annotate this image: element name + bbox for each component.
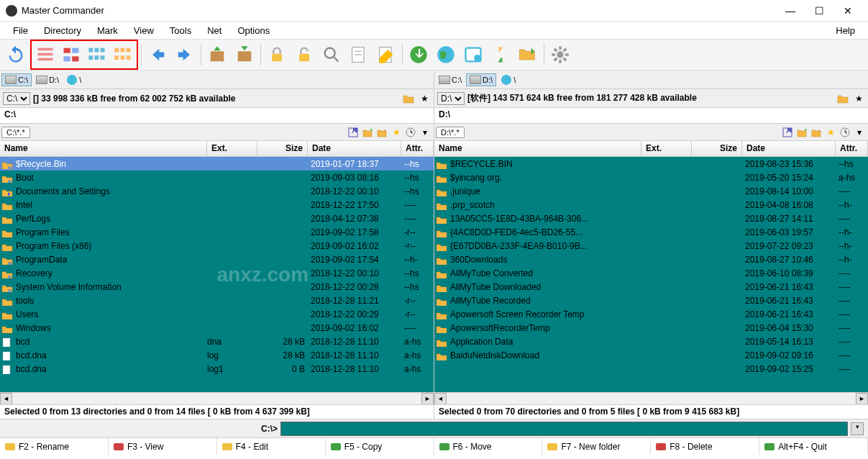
drive-select[interactable]: C:\ xyxy=(3,92,30,105)
tab-history-icon[interactable] xyxy=(839,126,851,139)
file-row[interactable]: .prp_scotch2019-04-08 16:08--h- xyxy=(434,198,868,212)
fkey-f8[interactable]: F8 - Delete xyxy=(651,438,759,455)
file-row[interactable]: ProgramData2019-09-02 17:54--h- xyxy=(0,253,434,266)
unpack-button[interactable] xyxy=(232,42,257,68)
view-details-button[interactable] xyxy=(58,42,84,68)
fkey-f2[interactable]: F2 - Rename xyxy=(0,438,109,455)
col-size[interactable]: Size xyxy=(257,141,308,156)
left-file-list[interactable]: $Recycle.Bin2019-01-07 18:37--hsBoot2019… xyxy=(0,157,434,392)
view-list-button[interactable] xyxy=(32,42,58,68)
file-row[interactable]: System Volume Information2018-12-22 00:2… xyxy=(0,280,434,294)
browser-button[interactable] xyxy=(460,42,486,68)
file-row[interactable]: Boot2019-09-03 08:16--hs xyxy=(0,171,434,184)
right-file-list[interactable]: $RECYCLE.BIN2019-08-23 15:36--hs$yincang… xyxy=(434,157,868,392)
cmd-input[interactable] xyxy=(280,422,848,436)
col-ext[interactable]: Ext. xyxy=(641,141,692,156)
fkey-f7[interactable]: F7 - New folder xyxy=(542,438,651,455)
file-row[interactable]: $yincang org.2019-05-20 15:24a-hs xyxy=(434,171,868,184)
forward-button[interactable] xyxy=(172,42,198,68)
unlock-button[interactable] xyxy=(291,42,317,68)
file-row[interactable]: .junique2019-08-14 10:00---- xyxy=(434,184,868,198)
tab-external-icon[interactable] xyxy=(347,126,360,139)
back-button[interactable] xyxy=(145,42,170,68)
file-row[interactable]: Apowersoft Screen Recorder Temp2019-06-2… xyxy=(434,307,868,321)
file-row[interactable]: Windows2019-09-02 16:02---- xyxy=(0,321,434,335)
menu-directory[interactable]: Directory xyxy=(37,23,88,38)
fkey-f5[interactable]: F5 - Copy xyxy=(326,438,434,455)
col-name[interactable]: Name xyxy=(0,141,207,156)
menu-tools[interactable]: Tools xyxy=(163,23,198,38)
file-row[interactable]: AllMyTube Recorded2019-06-21 16:43---- xyxy=(434,294,868,307)
cmd-history-button[interactable]: ▾ xyxy=(851,422,864,435)
tab-remove-icon[interactable]: - xyxy=(810,126,823,139)
file-row[interactable]: $Recycle.Bin2019-01-07 18:37--hs xyxy=(0,157,434,171)
file-row[interactable]: PerfLogs2018-04-12 07:38---- xyxy=(0,212,434,225)
file-row[interactable]: AllMyTube Converted2019-06-10 08:39---- xyxy=(434,266,868,280)
file-row[interactable]: Users2018-12-22 00:29-r-- xyxy=(0,307,434,321)
file-row[interactable]: Program Files (x86)2019-09-02 16:02-r-- xyxy=(0,239,434,253)
file-row[interactable]: AllMyTube Downloaded2019-06-21 16:43---- xyxy=(434,280,868,294)
file-row[interactable]: Application Data2019-05-14 16:13---- xyxy=(434,335,868,348)
tab-history-icon[interactable] xyxy=(404,126,417,139)
edit-button[interactable] xyxy=(373,42,399,68)
file-row[interactable]: bcd.dnalog10 B2018-12-28 11:10a-hs xyxy=(0,362,434,376)
col-date[interactable]: Date xyxy=(742,141,836,156)
view-thumbs-button[interactable] xyxy=(84,42,110,68)
menu-options[interactable]: Options xyxy=(230,23,277,38)
fkey-f6[interactable]: F6 - Move xyxy=(434,438,543,455)
col-attr[interactable]: Attr. xyxy=(836,141,868,156)
col-ext[interactable]: Ext. xyxy=(207,141,257,156)
file-row[interactable]: ApowersoftRecorderTemp2019-06-04 15:30--… xyxy=(434,321,868,335)
pack-button[interactable] xyxy=(204,42,230,68)
file-row[interactable]: bcddna28 kB2018-12-28 11:10a-hs xyxy=(0,335,434,348)
maximize-button[interactable]: ☐ xyxy=(805,5,833,17)
right-hscroll[interactable]: ◄► xyxy=(434,392,868,404)
drive-C[interactable]: C:\ xyxy=(436,74,465,86)
tab-external-icon[interactable] xyxy=(781,126,794,139)
fkey-f4[interactable]: F4 - Edit xyxy=(217,438,326,455)
menu-mark[interactable]: Mark xyxy=(90,23,125,38)
drive-[interactable]: \ xyxy=(63,73,84,87)
file-row[interactable]: Intel2018-12-22 17:50---- xyxy=(0,198,434,212)
file-row[interactable]: tools2018-12-28 11:21-r-- xyxy=(0,294,434,307)
file-row[interactable]: $RECYCLE.BIN2019-08-23 15:36--hs xyxy=(434,157,868,171)
col-date[interactable]: Date xyxy=(308,141,401,156)
col-name[interactable]: Name xyxy=(434,141,641,156)
folders-button[interactable] xyxy=(515,42,541,68)
minimize-button[interactable]: — xyxy=(776,5,805,17)
file-row[interactable]: BaiduNetdiskDownload2019-09-02 09:16---- xyxy=(434,348,868,362)
file-row[interactable]: {E67DD0BA-233F-4EA9-B010-9B...2019-07-22… xyxy=(434,239,868,253)
col-attr[interactable]: Attr. xyxy=(401,141,434,156)
folder-button[interactable] xyxy=(836,92,849,105)
left-hscroll[interactable]: ◄► xyxy=(0,392,434,404)
menu-net[interactable]: Net xyxy=(200,23,229,38)
path-tab[interactable]: D:\*.* xyxy=(436,127,465,138)
tab-add-icon[interactable]: + xyxy=(795,126,808,139)
drive-D[interactable]: D:\ xyxy=(466,73,496,86)
drive-select[interactable]: D:\ xyxy=(437,92,465,105)
menu-view[interactable]: View xyxy=(127,23,161,38)
file-row[interactable]: Recovery2018-12-22 00:10--hs xyxy=(0,266,434,280)
tab-star-icon[interactable]: ★ xyxy=(390,126,403,139)
path-tab[interactable]: C:\*.* xyxy=(1,127,30,138)
col-size[interactable]: Size xyxy=(692,141,742,156)
file-row[interactable]: 360Downloads2019-08-27 10:46--h- xyxy=(434,253,868,266)
close-button[interactable]: ✕ xyxy=(833,5,862,17)
folder-button[interactable] xyxy=(402,92,415,105)
download-button[interactable] xyxy=(406,42,431,68)
drive-D[interactable]: D:\ xyxy=(33,74,62,86)
star-button[interactable]: ★ xyxy=(418,92,431,105)
file-row[interactable]: {4AC8D0D-FED6-4ec5-BD26-55...2019-06-03 … xyxy=(434,225,868,239)
fkey-f3[interactable]: F3 - View xyxy=(109,438,217,455)
tab-remove-icon[interactable]: - xyxy=(375,126,388,139)
file-row[interactable]: 13A05CC5-1E8D-43BA-964B-306...2019-08-27… xyxy=(434,212,868,225)
refresh-button[interactable] xyxy=(3,42,29,68)
file-row[interactable]: bcd.dnalog28 kB2018-12-28 11:10a-hs xyxy=(0,348,434,362)
search-button[interactable] xyxy=(319,42,344,68)
globe-button[interactable] xyxy=(433,42,459,68)
tab-add-icon[interactable]: + xyxy=(361,126,374,139)
drive-[interactable]: \ xyxy=(498,73,518,87)
tab-dropdown-icon[interactable]: ▾ xyxy=(419,126,431,139)
tab-dropdown-icon[interactable]: ▾ xyxy=(853,126,866,139)
settings-button[interactable] xyxy=(547,42,573,68)
